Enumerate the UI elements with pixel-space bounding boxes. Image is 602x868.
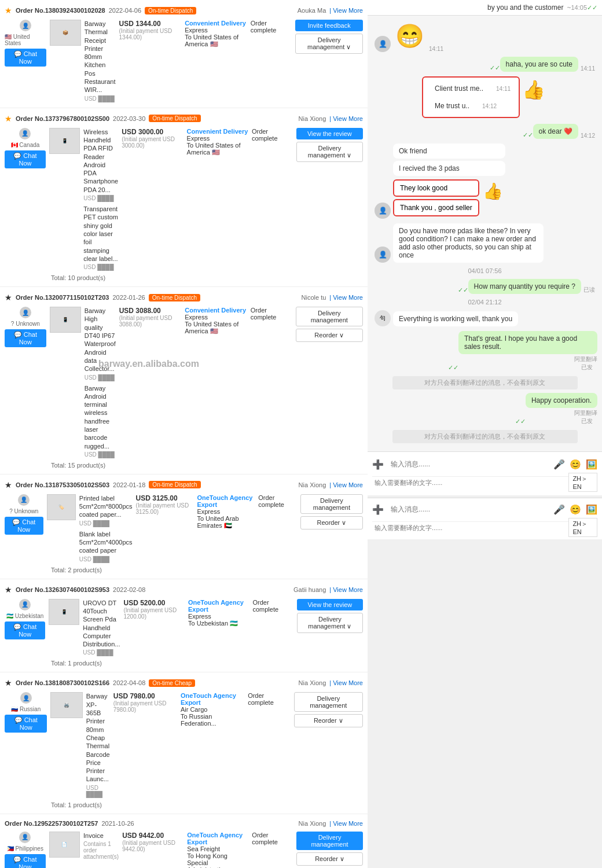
- thats-great-text: That's great. I hope you have a good sal…: [464, 334, 577, 351]
- action-btn-2a[interactable]: View the review: [296, 128, 363, 139]
- chat-now-btn-1[interactable]: 💬 Chat Now: [5, 49, 46, 67]
- price-initial-6: (Initial payment USD 7980.00): [113, 700, 177, 713]
- action-btn-2b[interactable]: Delivery management ∨: [296, 142, 363, 162]
- delivery-method-6: Air Cargo: [181, 706, 244, 713]
- trust-text-1: Client trust me..: [435, 84, 483, 93]
- zh-en-badge[interactable]: ZH＞EN: [568, 473, 597, 492]
- user-avatar-6: 👤: [20, 692, 32, 704]
- total-2: Total: 10 product(s): [5, 273, 363, 283]
- mic-icon[interactable]: 🎤: [553, 459, 565, 470]
- status-3: Order complete: [251, 307, 292, 321]
- product-name-1a: Barway Thermal Receipt Printer 80mm Kitc…: [85, 20, 116, 94]
- thats-great-row: That's great. I hope you have a good sal…: [372, 331, 597, 372]
- chat-messages: 👤 😁 14:11 14:11 haha, you are so cute ✓✓…: [368, 16, 602, 451]
- delivery-type-3: Convenient Delivery: [185, 307, 247, 314]
- translate-input[interactable]: [372, 476, 568, 488]
- chat-now-btn-3[interactable]: 💬 Chat Now: [5, 329, 46, 347]
- action-btn-4b[interactable]: Reorder ∨: [300, 516, 363, 529]
- price-1: USD 1344.00: [119, 20, 182, 28]
- action-btn-5b[interactable]: Delivery management ∨: [297, 613, 363, 633]
- view-more-1[interactable]: | View More: [329, 7, 363, 14]
- user-avatar-2: 👤: [19, 128, 31, 139]
- action-btn-1a[interactable]: Invite feedback: [295, 20, 363, 31]
- user-avatar-3: 👤: [20, 307, 31, 318]
- action-btn-6a[interactable]: Delivery management: [294, 692, 363, 712]
- view-more-3[interactable]: | View More: [329, 294, 363, 301]
- emoji-icon-2[interactable]: 😊: [570, 504, 581, 515]
- product-img-2a: 📱: [49, 128, 80, 154]
- delivery-type-5: OneTouch Agency Export: [188, 599, 249, 613]
- dispatch-badge-2: On-time Dispatch: [149, 115, 200, 122]
- header-time: 14:05: [571, 4, 587, 11]
- checkmark-cute: ✓✓: [490, 64, 500, 72]
- order-date-4: 2022-01-18: [113, 481, 145, 488]
- order-number-5: Order No.13263074600102S953: [16, 586, 109, 593]
- product-usd-3a: USD ████: [85, 374, 116, 381]
- received-bubble: I recived the 3 pdas: [393, 161, 505, 176]
- thats-great-bubble: That's great. I hope you have a good sal…: [458, 331, 597, 354]
- action-btn-4a[interactable]: Delivery management: [300, 494, 363, 514]
- price-7: USD 9442.00: [122, 832, 183, 840]
- status-7: Order complete: [252, 832, 293, 845]
- chat-now-btn-6[interactable]: 💬 Chat Now: [5, 715, 47, 733]
- customer-name-1: Aouka Ma: [298, 7, 326, 14]
- how-many-bubble: How many quantity you require ?: [468, 279, 581, 294]
- plus-icon[interactable]: ➕: [372, 459, 384, 470]
- price-4: USD 3125.00: [136, 494, 194, 502]
- action-btn-5a[interactable]: View the review: [297, 599, 363, 610]
- chat-now-btn-7[interactable]: 💬 Chat Now: [5, 854, 46, 868]
- image-icon[interactable]: 🖼️: [586, 459, 597, 470]
- customer-name-7: Nia Xiong: [299, 820, 326, 827]
- action-btn-1b[interactable]: Delivery management ∨: [295, 34, 363, 54]
- total-6: Total: 1 product(s): [5, 800, 363, 810]
- product-img-5a: 📱: [49, 599, 79, 625]
- check-ok: ✓✓: [523, 131, 533, 139]
- chat-panel: by you and the customer ~ 14:05 ✓✓ 👤 😁 1…: [368, 0, 602, 868]
- action-btn-3a[interactable]: Delivery management: [296, 307, 364, 326]
- order-number-3: Order No.13200771150102T203: [16, 294, 109, 301]
- view-more-6[interactable]: | View More: [329, 679, 363, 686]
- location-4: ? Unknown: [9, 508, 38, 514]
- view-more-7[interactable]: | View More: [329, 820, 363, 827]
- product-note-7: Contains 1 order attachment(s): [83, 841, 119, 860]
- emoji-icon-btn[interactable]: 😊: [570, 459, 581, 470]
- product-name-2a: Wireless Handheld PDA RFID Reader Androi…: [83, 128, 118, 194]
- order-number-4: Order No.13187533050102S503: [16, 481, 109, 488]
- date-divider-2: 02/04 21:12: [372, 299, 597, 306]
- cute-text: haha, you are so cute: [506, 60, 572, 68]
- action-btn-7b[interactable]: Reorder ∨: [296, 852, 363, 866]
- ok-time: 14:12: [581, 133, 595, 139]
- zh-en-badge-2[interactable]: ZH＞EN: [568, 518, 597, 537]
- message-input-2[interactable]: [388, 503, 549, 516]
- plus-icon-2[interactable]: ➕: [372, 504, 384, 515]
- chat-now-btn-5[interactable]: 💬 Chat Now: [5, 621, 45, 639]
- view-more-2[interactable]: | View More: [329, 115, 363, 122]
- ok-dear-text: ok dear ❤️: [539, 127, 572, 135]
- view-more-5[interactable]: | View More: [329, 586, 363, 593]
- translate-input-2[interactable]: [372, 521, 568, 534]
- price-initial-5: (Initial payment USD 1200.00): [123, 607, 184, 620]
- trust-time-2: 14:12: [482, 103, 497, 109]
- thumbs-up-trust: 👍: [522, 79, 545, 118]
- location-1: 🇺🇸 United States: [5, 34, 46, 46]
- delivery-type-4: OneTouch Agency Export: [197, 494, 255, 508]
- how-many-row: 已读 How many quantity you require ? ✓✓: [372, 279, 597, 294]
- everything-text: Everything is working well, thank you: [399, 315, 512, 323]
- action-btn-3b[interactable]: Reorder ∨: [296, 329, 364, 342]
- chat-now-btn-2[interactable]: 💬 Chat Now: [5, 150, 46, 168]
- delivery-to-6: To Russian Federation...: [181, 713, 244, 727]
- message-input[interactable]: [388, 458, 549, 470]
- trust-bubble-1: Client trust me..: [429, 81, 489, 96]
- price-6: USD 7980.00: [113, 692, 177, 700]
- trust-text-2: Me trust u..: [435, 102, 469, 110]
- avatar-ok-friend: 👤: [375, 203, 391, 219]
- price-initial-4: (Initial payment USD 3125.00): [136, 502, 194, 515]
- mic-icon-2[interactable]: 🎤: [553, 504, 565, 515]
- action-btn-7a[interactable]: Delivery management: [296, 832, 363, 850]
- product-name-4b: Blank label 5cm*2cm*4000pcs coated paper: [79, 530, 133, 555]
- chat-now-btn-4[interactable]: 💬 Chat Now: [5, 517, 43, 535]
- image-icon-2[interactable]: 🖼️: [586, 504, 597, 515]
- view-more-4[interactable]: | View More: [329, 481, 363, 488]
- action-btn-6b[interactable]: Reorder ∨: [294, 714, 363, 727]
- delivery-method-2: Express: [187, 135, 248, 142]
